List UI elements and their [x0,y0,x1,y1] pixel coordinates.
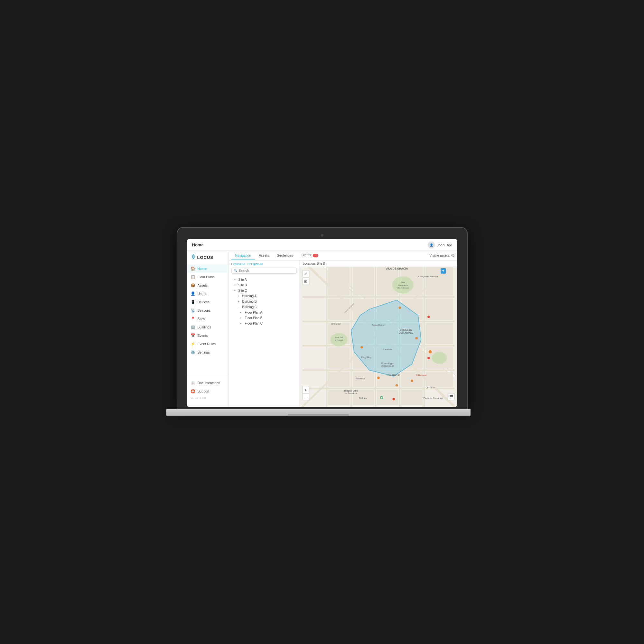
documentation-icon: 📖 [191,381,195,385]
sidebar-item-label: Devices [198,300,210,304]
svg-point-47 [432,352,447,364]
sidebar-item-home[interactable]: 🏠 Home [187,264,229,273]
sidebar-item-devices[interactable]: 📱 Devices [187,298,229,306]
map-area[interactable]: Location: Site B [300,260,457,407]
sidebar-item-buildings[interactable]: 🏢 Buildings [187,323,229,331]
svg-text:EIXAMPLE: EIXAMPLE [387,374,400,377]
tree-item-floor-plan-a[interactable]: • Floor Plan A [229,310,299,315]
tree-item-building-b[interactable]: + Building B [229,299,299,304]
svg-text:DRETA DE: DRETA DE [400,329,412,331]
sidebar-item-label: Floor Plans [198,275,215,279]
sidebar-item-label: Documentation [198,381,220,385]
expand-all-button[interactable]: Expand All [231,262,245,266]
map-zoom-in-button[interactable]: + [302,386,309,393]
svg-rect-39 [401,372,422,387]
sidebar-item-floor-plans[interactable]: 📋 Floor Plans [187,273,229,281]
svg-text:de Barcelona: de Barcelona [345,392,357,395]
app-body: LOCUS 🏠 Home 📋 Floor Plans [187,251,457,407]
tree-item-floor-plan-c[interactable]: • Floor Plan C [229,321,299,326]
settings-icon: ⚙️ [191,350,195,355]
svg-rect-44 [401,390,422,405]
collapse-all-button[interactable]: Collapse All [247,262,263,266]
svg-text:la Placida: la Placida [334,339,343,341]
laptop-wrapper: Home 👤 John Doe [177,228,467,416]
layers-icon [449,395,453,399]
sidebar-item-documentation[interactable]: 📖 Documentation [187,379,229,387]
svg-text:Plaça de la: Plaça de la [398,284,408,286]
tab-events[interactable]: Events 25 [297,251,322,260]
tree-item-floor-plan-b[interactable]: • Floor Plan B [229,315,299,321]
tree-item-building-a[interactable]: + Building A [229,293,299,299]
tree-item-site-a[interactable]: + Site A [229,277,299,282]
sidebar-item-label: Sites [198,317,205,321]
svg-text:Museu Egipci: Museu Egipci [381,362,394,365]
svg-rect-89 [450,398,453,398]
page-title: Home [192,242,204,247]
events-badge: 25 [313,254,318,257]
svg-point-80 [427,315,430,318]
sidebar-item-label: Events [198,334,208,338]
svg-text:Bling Bling: Bling Bling [361,356,371,359]
sidebar-item-event-rules[interactable]: ⚡ Event Rules [187,340,229,348]
sidebar-item-users[interactable]: 👤 Users [187,289,229,298]
tree-item-label: Building B [242,300,257,303]
svg-rect-88 [450,397,453,397]
sidebar-item-support[interactable]: 🛟 Support [187,387,229,396]
svg-rect-40 [425,372,453,387]
svg-point-86 [380,397,382,399]
svg-text:El Nacional: El Nacional [415,374,426,377]
logo-text: LOCUS [197,255,214,260]
app-header: Home 👤 John Doe [187,239,457,251]
camera [321,234,323,237]
svg-text:Vila de Gràcia: Vila de Gràcia [397,286,409,289]
svg-rect-34 [425,323,453,344]
tree-item-building-c[interactable]: − Building C [229,304,299,310]
assets-icon: 📦 [191,283,195,287]
tree-item-site-b[interactable]: + Site B [229,282,299,288]
sidebar-item-events[interactable]: 📅 Events [187,331,229,340]
tree-item-label: Building C [242,305,257,309]
tree-collapse-icon: − [234,289,237,292]
event-rules-icon: ⚡ [191,342,195,346]
svg-rect-20 [352,262,374,295]
tab-navigation[interactable]: Navigation [231,251,255,260]
map-fullscreen-button[interactable]: ⤢ [302,270,309,277]
app-container: Home 👤 John Doe [187,239,457,407]
sidebar-item-label: Buildings [198,325,211,329]
support-icon: 🛟 [191,389,195,394]
map-layers-toggle[interactable]: ⊞ [302,278,309,285]
svg-text:Palau Robert: Palau Robert [372,324,385,327]
sidebar-item-label: Support [198,389,210,393]
sidebar-item-settings[interactable]: ⚙️ Settings [187,348,229,357]
map-layer-selector[interactable] [448,393,455,400]
tab-assets[interactable]: Assets [255,251,273,260]
svg-text:Plaça de Catalunya: Plaça de Catalunya [423,397,443,400]
svg-text:Disfrutar: Disfrutar [359,397,368,399]
beacons-icon: 📡 [191,308,195,313]
tree-item-label: Site A [238,278,247,281]
search-box: 🔍 [231,267,297,274]
tree-leaf-icon: • [240,311,244,314]
svg-rect-16 [328,262,349,295]
svg-rect-87 [450,395,453,396]
user-info: 👤 John Doe [428,241,452,248]
sidebar-item-sites[interactable]: 📍 Sites [187,314,229,323]
tree-item-site-c[interactable]: − Site C [229,288,299,293]
sidebar-item-assets[interactable]: 📦 Assets [187,281,229,289]
tabs-row: Navigation Assets Geofences Events 25 Vi… [229,251,457,260]
tree-item-label: Floor Plan A [245,311,262,314]
sidebar-item-beacons[interactable]: 📡 Beacons [187,306,229,314]
map-zoom-out-button[interactable]: − [302,393,309,400]
tree-item-label: Site B [238,283,247,287]
home-icon: 🏠 [191,266,195,271]
svg-text:Park Gal: Park Gal [335,336,343,339]
content-split: Expand All Collapse All 🔍 [229,260,457,407]
search-input[interactable] [239,269,294,272]
tree-expand-icon: + [234,283,237,287]
svg-text:Hospital Clínic: Hospital Clínic [344,390,358,392]
avatar: 👤 [428,241,435,248]
sidebar-item-label: Assets [198,283,208,287]
tab-geofences[interactable]: Geofences [273,251,297,260]
sidebar-item-label: Users [198,292,206,295]
main-content: Navigation Assets Geofences Events 25 Vi… [229,251,457,407]
